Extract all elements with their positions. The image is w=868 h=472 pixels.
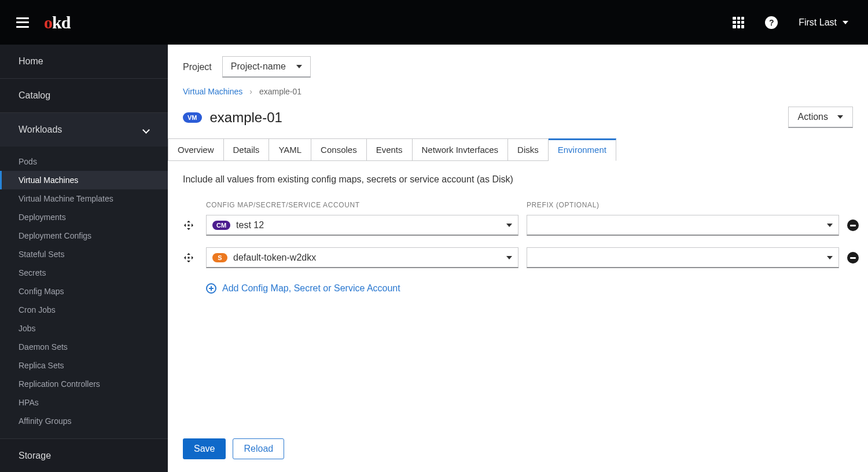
sidebar-sub-item[interactable]: Jobs [0,319,168,338]
chevron-down-icon [827,256,833,259]
save-button[interactable]: Save [183,438,226,459]
sidebar-sub-item[interactable]: Cron Jobs [0,301,168,319]
sidebar-sub-item[interactable]: Affinity Groups [0,412,168,430]
remove-button[interactable] [847,252,859,264]
sidebar-sub-item[interactable]: Pods [0,152,168,171]
tab-disks[interactable]: Disks [508,138,549,161]
svg-rect-0 [188,225,190,226]
prefix-select[interactable] [527,215,839,236]
header: okd ? First Last [0,0,868,45]
tab-details[interactable]: Details [224,138,270,161]
title-row: VM example-01 Actions [183,107,853,128]
plus-circle-icon [206,283,216,294]
env-row: CMtest 12 [183,215,853,236]
sidebar-sub-item[interactable]: Replication Controllers [0,375,168,393]
env-row: Sdefault-token-w2dkx [183,247,853,268]
tab-consoles[interactable]: Consoles [311,138,367,161]
chevron-down-icon [837,115,843,119]
sidebar-item-catalog[interactable]: Catalog [0,79,168,112]
tabs: OverviewDetailsYAMLConsolesEventsNetwork… [168,138,853,162]
description: Include all values from existing config … [183,174,853,185]
resource-select[interactable]: CMtest 12 [206,215,518,236]
svg-rect-1 [188,257,190,259]
resource-value: default-token-w2dkx [233,253,316,263]
sidebar-sub-workloads: PodsVirtual MachinesVirtual Machine Temp… [0,147,168,438]
resource-type-badge: CM [212,221,230,230]
project-select[interactable]: Project-name [222,56,311,78]
tab-events[interactable]: Events [367,138,413,161]
page-title: example-01 [210,109,282,126]
sidebar-item-workloads[interactable]: Workloads [0,113,168,147]
header-resource: CONFIG MAP/SECRET/SERVICE ACCOUNT [206,201,518,209]
logo-kd: kd [52,13,70,32]
remove-button[interactable] [847,219,859,231]
sidebar-sub-item[interactable]: Stateful Sets [0,245,168,264]
chevron-down-icon [827,224,833,227]
chevron-down-icon [843,21,848,24]
help-icon[interactable]: ? [765,16,778,29]
resource-type-badge: S [212,253,227,262]
sidebar-sub-item[interactable]: Deployment Configs [0,226,168,245]
sidebar-item-home[interactable]: Home [0,45,168,78]
tab-network-invterfaces[interactable]: Network Invterfaces [413,138,509,161]
hamburger-menu-icon[interactable] [16,17,29,28]
actions-button[interactable]: Actions [788,107,853,128]
project-selected: Project-name [231,61,286,72]
logo-o: o [44,13,52,32]
breadcrumb-separator: › [249,87,252,96]
chevron-down-icon [142,126,149,133]
tab-yaml[interactable]: YAML [269,138,311,161]
sidebar-item-storage[interactable]: Storage [0,439,168,472]
drag-handle-icon[interactable] [183,252,194,264]
chevron-down-icon [506,224,512,227]
breadcrumb-parent[interactable]: Virtual Machines [183,87,242,96]
prefix-select[interactable] [527,247,839,268]
user-name: First Last [799,17,837,28]
breadcrumb: Virtual Machines › example-01 [183,87,853,96]
chevron-down-icon [296,65,302,68]
resource-select[interactable]: Sdefault-token-w2dkx [206,247,518,268]
add-resource-link[interactable]: Add Config Map, Secret or Service Accoun… [206,283,853,294]
chevron-down-icon [506,256,512,259]
logo[interactable]: okd [44,13,70,32]
drag-handle-icon[interactable] [183,219,194,231]
resource-value: test 12 [236,220,264,230]
project-row: Project Project-name [183,56,853,87]
app-launcher-icon[interactable] [733,17,744,28]
sidebar-sub-item[interactable]: Daemon Sets [0,338,168,356]
tab-overview[interactable]: Overview [168,138,224,161]
add-resource-label: Add Config Map, Secret or Service Accoun… [222,283,400,294]
resource-badge: VM [183,112,202,123]
breadcrumb-current: example-01 [259,87,301,96]
tab-environment[interactable]: Environment [549,138,616,161]
project-label: Project [183,62,212,72]
sidebar-sub-item[interactable]: Virtual Machines [0,171,168,189]
sidebar-sub-item[interactable]: Config Maps [0,282,168,301]
sidebar-sub-item[interactable]: HPAs [0,393,168,412]
sidebar-sub-item[interactable]: Replica Sets [0,356,168,375]
main-content: Project Project-name Virtual Machines › … [168,45,868,472]
sidebar-sub-item[interactable]: Secrets [0,264,168,282]
user-menu[interactable]: First Last [799,17,854,28]
sidebar: Home Catalog Workloads PodsVirtual Machi… [0,45,168,472]
reload-button[interactable]: Reload [233,438,284,459]
header-prefix: PREFIX (OPTIONAL) [527,201,839,209]
sidebar-sub-item[interactable]: Virtual Machine Templates [0,189,168,208]
sidebar-sub-item[interactable]: Deployments [0,208,168,226]
